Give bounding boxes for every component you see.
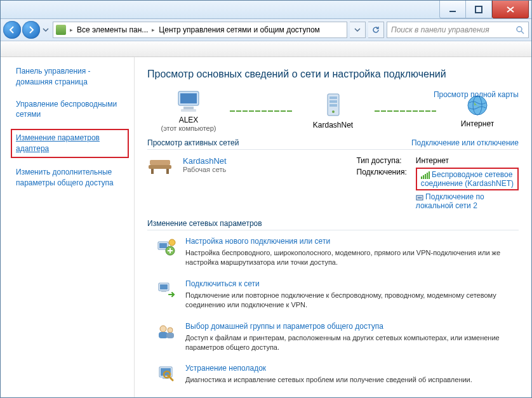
recent-dropdown-icon[interactable] <box>41 25 50 34</box>
value-access-type: Интернет <box>416 156 519 165</box>
titlebar <box>1 1 531 19</box>
pc-icon <box>175 90 203 113</box>
svg-rect-38 <box>166 333 174 338</box>
server-icon <box>324 93 343 118</box>
content: Просмотр основных сведений о сети и наст… <box>135 57 531 397</box>
map-node-label: Интернет <box>461 119 494 128</box>
navbar: ▸ Все элементы пан... ▸ Центр управления… <box>1 19 531 41</box>
close-button[interactable] <box>492 1 529 18</box>
sidebar-link-adapter[interactable]: Изменение параметров адаптера <box>11 129 129 158</box>
task-desc: Доступ к файлам и принтерам, расположенн… <box>185 333 519 353</box>
ethernet-icon <box>416 194 423 201</box>
section-title: Просмотр активных сетей <box>147 138 239 147</box>
map-node-gateway: KardashNet <box>292 93 375 129</box>
task-title-link[interactable]: Устранение неполадок <box>185 364 472 373</box>
network-type: Рабочая сеть <box>183 166 227 173</box>
troubleshoot-icon <box>156 364 176 384</box>
address-bar[interactable]: ▸ Все элементы пан... ▸ Центр управления… <box>53 22 347 38</box>
wifi-connection-link[interactable]: Беспроводное сетевое соединение (Kardash… <box>416 168 519 190</box>
svg-rect-6 <box>183 107 194 109</box>
map-link-icon <box>375 110 437 112</box>
full-map-link[interactable]: Просмотр полной карты <box>434 90 519 99</box>
body: Панель управления - домашняя страница Уп… <box>1 57 531 397</box>
svg-rect-22 <box>427 173 428 179</box>
network-map: ALEX (этот компьютер) KardashNet <box>147 90 519 132</box>
new-connection-icon <box>156 237 176 257</box>
svg-rect-7 <box>181 109 196 112</box>
task-title-link[interactable]: Настройка нового подключения или сети <box>185 237 519 246</box>
map-node-label: KardashNet <box>313 121 353 129</box>
task-title-link[interactable]: Подключиться к сети <box>185 279 519 288</box>
refresh-button[interactable] <box>368 22 384 38</box>
address-dropdown[interactable] <box>350 22 366 38</box>
label-access-type: Тип доступа: <box>357 156 407 165</box>
minimize-button[interactable] <box>439 1 466 18</box>
svg-rect-33 <box>160 284 168 289</box>
svg-rect-10 <box>329 100 337 103</box>
section-active-networks: Просмотр активных сетей Подключение или … <box>147 138 519 150</box>
task-item: Выбор домашней группы и параметров общег… <box>147 322 519 353</box>
svg-rect-26 <box>419 197 420 199</box>
svg-rect-23 <box>429 171 430 179</box>
task-item: Устранение неполадок Диагностика и испра… <box>147 364 519 385</box>
search-box[interactable]: Поиск в панели управления <box>387 22 529 38</box>
svg-rect-20 <box>423 175 424 179</box>
sidebar-link-sharing[interactable]: Изменить дополнительные параметры общего… <box>16 167 126 189</box>
network-info: KardashNet Рабочая сеть <box>183 156 227 173</box>
map-node-sublabel: (этот компьютер) <box>161 124 216 132</box>
task-item: Подключиться к сети Подключение или повт… <box>147 279 519 310</box>
window-frame: ▸ Все элементы пан... ▸ Центр управления… <box>0 0 532 398</box>
menubar <box>1 41 531 57</box>
svg-rect-11 <box>329 104 337 107</box>
section-change-settings: Изменение сетевых параметров <box>147 219 519 230</box>
value-connections: Беспроводное сетевое соединение (Kardash… <box>416 168 519 210</box>
wifi-signal-icon <box>421 171 430 179</box>
lan-connection-link[interactable]: Подключение по локальной сети 2 <box>416 192 519 210</box>
svg-rect-21 <box>425 174 426 179</box>
sidebar-link-wireless[interactable]: Управление беспроводными сетями <box>16 99 126 121</box>
breadcrumb-sep-icon: ▸ <box>152 27 155 33</box>
page-title: Просмотр основных сведений о сети и наст… <box>147 69 519 80</box>
svg-point-2 <box>517 27 522 32</box>
map-node-pc: ALEX (этот компьютер) <box>147 90 230 132</box>
svg-rect-5 <box>180 93 197 103</box>
svg-rect-25 <box>418 197 419 199</box>
svg-rect-36 <box>159 332 168 338</box>
search-icon <box>515 25 524 34</box>
connect-network-icon <box>156 279 176 300</box>
task-desc: Настройка беспроводного, широкополосного… <box>185 248 519 268</box>
connection-details: Тип доступа: Интернет Подключения: <box>357 156 519 210</box>
breadcrumb-parent[interactable]: Все элементы пан... <box>77 25 148 34</box>
svg-line-3 <box>521 31 524 34</box>
map-node-internet: Интернет <box>436 94 519 128</box>
active-network-row: KardashNet Рабочая сеть Тип доступа: Инт… <box>147 156 519 210</box>
sidebar-home[interactable]: Панель управления - домашняя страница <box>16 66 126 88</box>
maximize-button[interactable] <box>466 1 492 18</box>
connect-disconnect-link[interactable]: Подключение или отключение <box>411 138 519 147</box>
svg-rect-18 <box>150 160 170 165</box>
svg-point-12 <box>332 110 335 113</box>
svg-point-37 <box>168 328 173 333</box>
back-button[interactable] <box>3 21 21 39</box>
forward-button[interactable] <box>22 21 40 39</box>
svg-rect-34 <box>161 291 166 292</box>
svg-rect-29 <box>159 243 167 248</box>
svg-point-31 <box>169 239 175 246</box>
section-title: Изменение сетевых параметров <box>147 219 262 228</box>
task-desc: Подключение или повторное подключение к … <box>185 291 519 310</box>
network-name-link[interactable]: KardashNet <box>183 156 227 166</box>
task-title-link[interactable]: Выбор домашней группы и параметров общег… <box>185 322 519 331</box>
network-category-icon <box>147 156 173 177</box>
task-item: Настройка нового подключения или сети На… <box>147 237 519 268</box>
map-node-label: ALEX <box>179 116 199 124</box>
homegroup-icon <box>156 322 176 342</box>
breadcrumb-current[interactable]: Центр управления сетями и общим доступом <box>159 25 320 34</box>
svg-rect-17 <box>166 169 169 174</box>
breadcrumb-sep-icon: ▸ <box>70 27 73 33</box>
nav-buttons <box>3 21 50 39</box>
search-placeholder: Поиск в панели управления <box>391 25 489 34</box>
task-desc: Диагностика и исправление сетевых пробле… <box>185 375 472 385</box>
svg-rect-0 <box>449 11 456 12</box>
map-link-icon <box>230 110 292 112</box>
svg-rect-16 <box>151 169 154 174</box>
